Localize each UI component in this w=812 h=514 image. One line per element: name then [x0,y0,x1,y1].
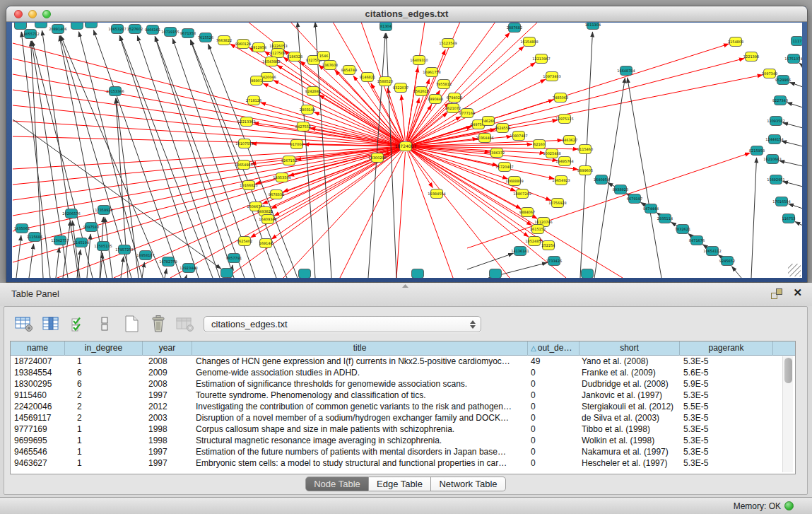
window-titlebar[interactable]: citations_edges.txt [6,6,807,22]
graph-node[interactable] [299,269,311,279]
graph-edge[interactable] [121,257,124,278]
graph-node[interactable] [582,269,594,279]
graph-node[interactable]: 15751074 [784,54,802,64]
graph-node[interactable]: 16154808 [520,37,538,47]
graph-node[interactable] [15,23,27,30]
graph-node[interactable]: 9777169 [459,109,475,118]
graph-node[interactable]: 9857791 [226,254,242,263]
graph-node[interactable] [490,269,502,279]
show-columns-icon[interactable] [40,313,61,334]
graph-node[interactable]: 1588520 [377,77,393,86]
graph-node[interactable]: 18524851 [525,237,543,246]
vertical-scrollbar[interactable] [782,356,793,472]
graph-node[interactable]: 6794028 [447,93,462,103]
graph-node[interactable]: 1546 [318,52,330,61]
graph-node[interactable]: 14136141 [511,247,529,256]
graph-node[interactable]: 9227343 [772,96,788,105]
graph-edge[interactable] [137,35,220,278]
graph-node[interactable]: 15123549 [439,39,457,48]
graph-edge[interactable] [410,150,566,278]
graph-edge[interactable] [795,221,802,226]
graph-edge[interactable] [751,158,757,278]
graph-node[interactable]: 7615526 [198,33,213,42]
column-header-indegree[interactable]: in_degree [65,341,143,356]
graph-edge[interactable] [783,182,802,187]
tab-edge-table[interactable]: Edge Table [369,477,431,491]
graph-edge[interactable] [170,149,401,278]
column-header-name[interactable]: name [11,341,65,356]
table-selector-dropdown[interactable]: citations_edges.txt [204,316,481,332]
graph-node[interactable]: 9097588 [83,223,99,232]
column-header-title[interactable]: title [192,341,528,356]
graph-edge[interactable] [114,148,401,278]
graph-edge[interactable] [13,148,400,231]
graph-node[interactable]: 917004 [290,140,303,149]
graph-node[interactable]: 18807249 [513,189,531,199]
graph-edge[interactable] [628,78,661,278]
graph-node[interactable]: 1733426 [546,257,562,266]
graph-node[interactable]: 7832621 [675,225,690,234]
graph-node[interactable]: 116753 [782,214,795,223]
graph-node[interactable]: 20364486 [476,134,493,143]
graph-node[interactable]: 9884067 [519,208,535,217]
graph-node[interactable]: 9322037 [393,83,408,93]
graph-node[interactable]: 1640954 [594,175,609,185]
graph-node[interactable]: 8912954 [251,43,266,52]
column-header-pagerank[interactable]: pagerank [680,341,773,356]
graph-node[interactable]: 12444154 [765,135,783,144]
graph-node[interactable]: 8938923 [613,185,628,194]
graph-node[interactable]: 16107554 [235,139,253,148]
graph-node[interactable]: 16409310 [410,56,428,65]
graph-node[interactable]: 9678334 [269,190,284,199]
graph-node[interactable]: 19166825 [240,181,257,190]
select-all-icon[interactable] [66,313,88,334]
graph-node[interactable]: 2935114 [657,214,673,223]
splitter-handle[interactable] [402,284,408,288]
graph-node[interactable]: 20891406 [49,25,66,34]
tab-node-table[interactable]: Node Table [305,477,369,491]
graph-node[interactable]: 2887682 [507,23,522,33]
graph-edge[interactable] [789,82,802,87]
table-row[interactable]: 946362711997Embryonic stem cells: a mode… [11,457,795,469]
graph-node[interactable]: 12505135 [94,242,112,251]
graph-edge[interactable] [799,63,802,66]
graph-node[interactable]: 8186328 [287,52,302,62]
graph-node[interactable]: 2718126 [246,96,261,105]
graph-node[interactable]: 1811304 [585,23,601,30]
graph-node[interactable]: 16961758 [423,68,440,77]
graph-node[interactable]: 9466161 [145,25,160,35]
graph-node[interactable]: 7625402 [237,237,252,246]
graph-node[interactable] [86,23,98,28]
graph-node[interactable]: 15720407 [495,163,513,172]
graph-node[interactable]: 16210643 [763,155,781,164]
table-row[interactable]: 1830029562008Estimation of significance … [11,378,795,390]
graph-node[interactable]: 19495764 [555,157,573,166]
graph-node[interactable]: 1621072 [445,104,461,113]
graph-node[interactable]: 12213967 [532,54,550,64]
graph-node[interactable]: 7663822 [216,36,232,45]
graph-node[interactable]: 10719155 [161,28,179,37]
graph-node[interactable]: 9474444 [643,204,659,214]
graph-node[interactable]: 9127508 [270,49,286,58]
graph-node[interactable]: 1145194 [73,238,89,247]
canvas-resize-grip[interactable] [788,264,801,276]
graph-edge[interactable] [72,221,80,278]
graph-edge[interactable] [788,204,802,209]
graph-node[interactable]: 1115686 [27,233,42,242]
graph-edge[interactable] [782,141,802,146]
table-row[interactable]: 2242004622012Investigating the contribut… [11,401,795,412]
graph-node[interactable]: 17957253 [115,245,133,255]
table-row[interactable]: 1872400712008Changes of HCN gene express… [11,356,795,367]
graph-node[interactable]: 3624554 [495,124,510,133]
graph-node[interactable] [71,23,83,30]
graph-node[interactable]: 9245652 [719,257,735,266]
graph-node[interactable]: 1154808 [728,37,743,47]
graph-edge[interactable] [411,59,745,145]
graph-edge[interactable] [119,36,199,278]
table-mode-icon[interactable] [13,313,35,334]
table-row[interactable]: 1456911722003Disruption of a novel membe… [11,412,795,424]
graph-node[interactable]: 10653287 [108,25,126,34]
graph-edge[interactable] [77,250,81,278]
graph-node[interactable]: 19654923 [552,176,570,185]
graph-node[interactable]: 7386372 [489,148,505,158]
